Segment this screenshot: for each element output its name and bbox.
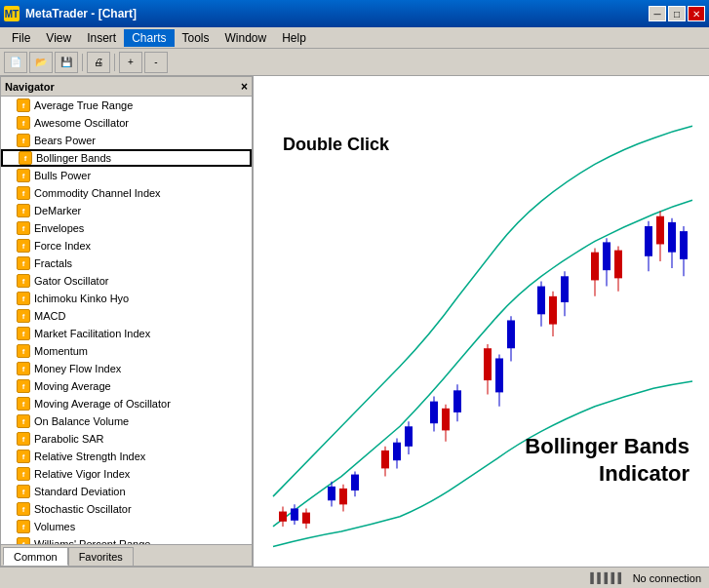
indicator-label: Force Index [34,240,91,252]
nav-item-williams'-percent-range[interactable]: fWilliams' Percent Range [1,535,252,544]
svg-rect-19 [430,402,438,424]
nav-item-fractals[interactable]: fFractals [1,255,252,272]
svg-rect-1 [279,512,287,522]
indicator-label: Awesome Oscillator [34,117,129,129]
nav-item-moving-average-of-oscillator[interactable]: fMoving Average of Oscillator [1,395,252,412]
indicator-icon: f [17,414,30,428]
menu-window[interactable]: Window [217,29,275,47]
chart-area: Double Click [254,76,709,567]
tab-favorites[interactable]: Favorites [68,547,134,566]
svg-rect-31 [537,287,545,315]
indicator-icon: f [17,274,30,288]
indicator-label: Ichimoku Kinko Hyo [34,293,129,304]
indicator-icon: f [17,467,30,481]
nav-item-moving-average[interactable]: fMoving Average [1,377,252,395]
menu-help[interactable]: Help [274,29,314,47]
svg-rect-29 [507,320,515,348]
nav-item-stochastic-oscillator[interactable]: fStochastic Oscillator [1,500,252,518]
svg-rect-33 [549,296,557,325]
toolbar-zoom-out[interactable]: - [144,52,168,73]
svg-rect-39 [603,242,611,270]
nav-item-bollinger-bands[interactable]: fBollinger Bands [1,149,252,167]
nav-item-momentum[interactable]: fMomentum [1,342,252,360]
nav-item-demarker[interactable]: fDeMarker [1,202,252,219]
nav-item-awesome-oscillator[interactable]: fAwesome Oscillator [1,114,252,132]
navigator-list[interactable]: fAverage True RangefAwesome OscillatorfB… [1,97,252,544]
toolbar-save[interactable]: 💾 [55,52,78,73]
indicator-label: Momentum [34,345,88,357]
indicator-icon: f [17,502,30,516]
svg-rect-27 [495,358,503,392]
indicator-icon: f [17,450,30,463]
toolbar-sep1 [82,54,83,71]
indicator-icon: f [17,169,30,182]
indicator-label: DeMarker [34,205,81,216]
svg-rect-23 [453,390,461,412]
indicator-icon: f [17,221,30,235]
menu-file[interactable]: File [4,29,38,47]
indicator-icon: f [17,98,30,112]
menu-insert[interactable]: Insert [79,29,124,47]
nav-item-relative-strength-index[interactable]: fRelative Strength Index [1,448,252,465]
indicator-label: Volumes [34,521,75,532]
nav-item-standard-deviation[interactable]: fStandard Deviation [1,483,252,500]
nav-item-envelopes[interactable]: fEnvelopes [1,219,252,237]
title-bar: MT MetaTrader - [Chart] ─ □ ✕ [0,0,709,27]
svg-rect-41 [614,251,622,279]
nav-item-parabolic-sar[interactable]: fParabolic SAR [1,430,252,448]
close-button[interactable]: ✕ [688,6,705,21]
nav-item-gator-oscillator[interactable]: fGator Oscillator [1,272,252,290]
nav-item-macd[interactable]: fMACD [1,307,252,325]
nav-item-bears-power[interactable]: fBears Power [1,132,252,149]
indicator-icon: f [17,537,30,544]
navigator-tabs: Common Favorites [1,544,252,566]
nav-item-force-index[interactable]: fForce Index [1,237,252,255]
indicator-label: Bollinger Bands [36,152,111,164]
indicator-icon: f [17,379,30,393]
tab-common[interactable]: Common [3,547,68,566]
indicator-icon: f [17,116,30,130]
indicator-icon: f [17,134,30,147]
indicator-label: Moving Average of Oscillator [34,398,171,410]
nav-item-money-flow-index[interactable]: fMoney Flow Index [1,360,252,377]
nav-item-ichimoku-kinko-hyo[interactable]: fIchimoku Kinko Hyo [1,290,252,307]
bollinger-bands-label: Bollinger Bands Indicator [525,433,689,489]
indicator-label: MACD [34,310,65,322]
indicator-label: Moving Average [34,380,111,392]
navigator-header: Navigator × [1,77,252,97]
navigator-panel: Navigator × fAverage True RangefAwesome … [0,76,254,567]
indicator-label: Commodity Channel Index [34,187,161,199]
toolbar-zoom-in[interactable]: + [119,52,142,73]
navigator-close-button[interactable]: × [241,80,248,94]
nav-item-commodity-channel-index[interactable]: fCommodity Channel Index [1,184,252,202]
svg-rect-47 [668,222,676,253]
indicator-label: Relative Vigor Index [34,468,130,480]
svg-rect-5 [302,513,310,524]
menu-charts[interactable]: Charts [124,29,174,47]
nav-item-relative-vigor-index[interactable]: fRelative Vigor Index [1,465,252,483]
menu-view[interactable]: View [38,29,79,47]
nav-item-on-balance-volume[interactable]: fOn Balance Volume [1,412,252,430]
svg-rect-49 [680,231,688,259]
nav-item-volumes[interactable]: fVolumes [1,518,252,535]
svg-rect-21 [442,409,450,431]
toolbar-open[interactable]: 📂 [29,52,53,73]
nav-item-bulls-power[interactable]: fBulls Power [1,167,252,184]
minimize-button[interactable]: ─ [649,6,666,21]
svg-rect-43 [645,226,652,256]
indicator-label: Bulls Power [34,170,91,181]
indicator-icon: f [17,327,30,340]
indicator-label: Envelopes [34,222,84,234]
svg-rect-9 [339,489,347,504]
toolbar-new[interactable]: 📄 [4,52,27,73]
chart-svg [254,76,709,567]
maximize-button[interactable]: □ [668,6,686,21]
nav-item-market-facilitation-index[interactable]: fMarket Facilitation Index [1,325,252,342]
svg-rect-7 [328,487,335,500]
indicator-label: Standard Deviation [34,486,126,497]
indicator-icon: f [17,485,30,498]
toolbar-print[interactable]: 🖨 [87,52,110,73]
menu-tools[interactable]: Tools [175,29,217,47]
nav-item-average-true-range[interactable]: fAverage True Range [1,97,252,114]
indicator-label: Money Flow Index [34,363,121,374]
